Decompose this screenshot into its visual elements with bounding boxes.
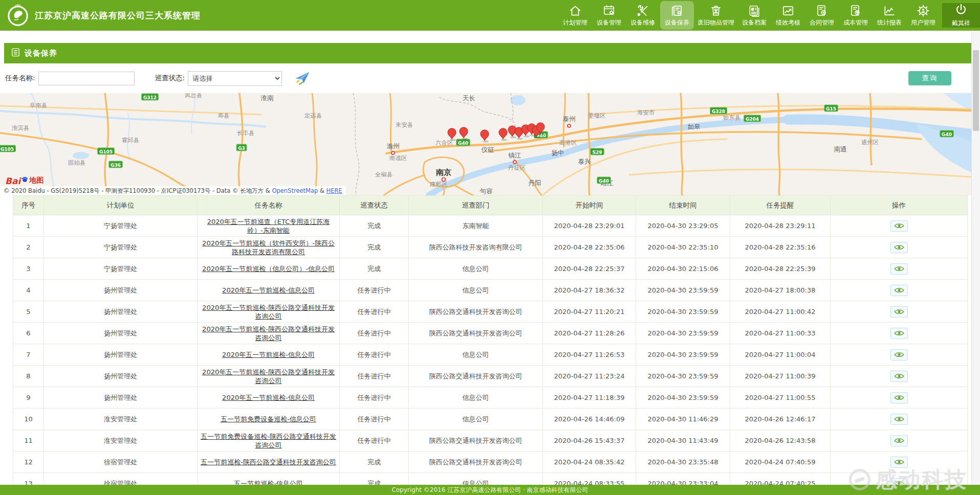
user-gear-icon: [917, 4, 930, 17]
view-detail-eye-button[interactable]: [890, 392, 908, 403]
nav-item-用户管理[interactable]: 用户管理: [906, 0, 940, 31]
cell-remind: 2020-04-27 18:00:38: [730, 280, 831, 301]
cell-no: 10: [13, 409, 44, 430]
nav-item-label: 绩效考核: [776, 18, 800, 27]
cell-dept: 信息公司: [409, 473, 543, 485]
nav-item-设备维修[interactable]: 设备维修: [626, 0, 660, 31]
svg-text:S29: S29: [592, 150, 602, 155]
table-row: 6扬州管理处2020年五一节前巡检-陕西公路交通科技开发咨询公司任务进行中陕西公…: [13, 323, 968, 344]
task-name-link[interactable]: 五一节前巡检-陕西公路交通科技开发咨询公司: [201, 458, 336, 466]
map-place-labels: 阜南县淮滨县凤台县淮南寿县长丰县定远县霍邱县固始县来安县天长滁州南谯区全椒县六合…: [12, 93, 879, 195]
cell-no: 1: [13, 215, 44, 237]
nav-item-设备保养[interactable]: 设备保养: [660, 1, 694, 30]
task-name-link[interactable]: 2020年五一节前巡检-陕西公路交通科技开发咨询公司: [202, 325, 335, 342]
cell-start: 2020-04-27 11:18:39: [543, 387, 636, 409]
view-detail-eye-button[interactable]: [890, 435, 908, 446]
vertical-scrollbar[interactable]: [971, 31, 980, 485]
cell-dept: 陕西公路交通科技开发咨询公司: [409, 323, 543, 344]
cell-task: 五一节前巡检-陕西公路交通科技开发咨询公司: [198, 452, 340, 473]
nav-item-计划管理[interactable]: 计划管理: [558, 0, 592, 31]
column-header-task: 任务名称: [198, 196, 340, 215]
list-icon: [11, 48, 20, 59]
map-pin-icon[interactable]: [499, 128, 507, 141]
task-name-input[interactable]: [38, 72, 135, 85]
map-label: 滁州: [387, 142, 400, 150]
task-name-label: 任务名称:: [5, 74, 35, 83]
svg-text:G105: G105: [1, 147, 14, 152]
task-name-link[interactable]: 2020年五一节前巡检（信息公司）-信息公司: [202, 265, 335, 273]
city-dot: [568, 124, 571, 127]
cell-no: 13: [13, 473, 44, 485]
cell-end: 2020-04-30 11:46:29: [636, 409, 730, 430]
cell-unit: 徐宿管理处: [44, 452, 198, 473]
task-name-link[interactable]: 2020年五一节前巡检-信息公司: [222, 286, 315, 294]
nav-item-废旧物品管理[interactable]: 废旧物品管理: [694, 0, 737, 31]
task-name-link[interactable]: 2020年五一节前巡查（ETC专用道江苏海岭）-东南智能: [207, 218, 330, 234]
query-button[interactable]: 查询: [908, 71, 951, 85]
view-detail-eye-button[interactable]: [890, 478, 908, 485]
cell-unit: 宁扬管理处: [44, 258, 198, 280]
osm-link[interactable]: OpenStreetMap: [272, 187, 318, 194]
map-label: 通州区: [861, 139, 879, 146]
baidu-map[interactable]: 阜南县淮滨县凤台县淮南寿县长丰县定远县霍邱县固始县来安县天长滁州南谯区全椒县六合…: [0, 93, 980, 195]
cell-task: 五一节前免费设备巡检-陕西公路交通科技开发咨询公司: [198, 430, 340, 452]
view-detail-eye-button[interactable]: [890, 242, 908, 253]
svg-text:G312: G312: [143, 95, 157, 100]
patrol-status-select[interactable]: 请选择: [188, 71, 282, 86]
cell-dept: 信息公司: [409, 280, 543, 301]
map-label: 霍邱县: [122, 137, 140, 144]
view-detail-eye-button[interactable]: [890, 220, 908, 232]
task-name-link[interactable]: 2020年五一节前巡检-陕西公路交通科技开发咨询公司: [202, 304, 335, 320]
cell-remind: 2020-04-24 07:40:25: [730, 473, 831, 485]
city-dot: [513, 161, 516, 164]
cell-end: 2020-04-30 22:35:10: [636, 237, 730, 258]
nav-user-logout[interactable]: 戴其祥: [942, 3, 980, 28]
task-name-link[interactable]: 2020年五一节前巡检-陕西公路交通科技开发咨询公司: [202, 368, 335, 385]
nav-item-设备档案[interactable]: 设备档案: [737, 0, 771, 31]
svg-text:G328: G328: [712, 109, 725, 114]
cell-task: 2020年五一节前巡检-信息公司: [198, 387, 340, 409]
svg-text:G204: G204: [746, 117, 759, 122]
map-label: 南京: [435, 168, 451, 177]
task-name-link[interactable]: 2020年五一节前巡检（软件西安所）-陕西公路科技开发咨询有限公司: [202, 239, 335, 256]
svg-text:G40: G40: [458, 141, 468, 146]
map-label: 如皋: [688, 123, 701, 130]
nav-item-统计报表[interactable]: 统计报表: [873, 0, 906, 31]
scrollbar-thumb[interactable]: [973, 50, 979, 131]
paper-plane-icon[interactable]: [293, 69, 312, 87]
map-pin-icon[interactable]: [460, 127, 468, 140]
cell-no: 8: [13, 366, 44, 387]
here-link[interactable]: HERE: [326, 187, 342, 194]
cell-remind: 2020-04-24 07:40:59: [730, 452, 831, 473]
nav-item-设备管理[interactable]: 设备管理: [592, 0, 626, 31]
view-detail-eye-button[interactable]: [890, 457, 908, 468]
view-detail-eye-button[interactable]: [890, 349, 908, 361]
view-detail-eye-button[interactable]: [890, 371, 908, 382]
view-detail-eye-button[interactable]: [890, 285, 908, 296]
task-name-link[interactable]: 2020年五一节前巡检-信息公司: [222, 394, 315, 401]
task-name-link[interactable]: 2020年五一节前巡检-信息公司: [222, 351, 315, 358]
nav-item-label: 用户管理: [911, 18, 935, 27]
map-label: 如东县: [723, 114, 741, 121]
map-pin-icon[interactable]: [481, 130, 489, 143]
nav-item-label: 计划管理: [563, 18, 587, 27]
nav-item-绩效考核[interactable]: 绩效考核: [771, 0, 805, 31]
nav-item-合同管理[interactable]: 合同管理: [805, 0, 839, 31]
view-detail-eye-button[interactable]: [890, 263, 908, 275]
cell-action: [831, 280, 968, 301]
cell-start: 2020-04-27 11:28:26: [543, 323, 636, 344]
task-name-link[interactable]: 五一节前免费设备巡检-信息公司: [221, 415, 316, 423]
view-detail-eye-button[interactable]: [890, 328, 908, 339]
task-table: 序号计划单位任务名称巡查状态巡查部门开始时间结束时间任务提醒操作 1宁扬管理处2…: [13, 195, 968, 485]
map-label: 扬中: [552, 149, 564, 156]
cell-end: 2020-04-30 23:59:59: [636, 366, 730, 387]
view-detail-eye-button[interactable]: [890, 306, 908, 318]
task-name-link[interactable]: 五一节前巡检-信息公司: [234, 480, 303, 485]
task-name-link[interactable]: 五一节前免费设备巡检-陕西公路交通科技开发咨询公司: [201, 433, 336, 449]
view-detail-eye-button[interactable]: [890, 414, 908, 425]
search-toolbar: 任务名称: 巡查状态: 请选择 查询: [0, 63, 980, 93]
nav-item-成本管理[interactable]: 成本管理: [839, 0, 873, 31]
map-label: 建邺区: [430, 181, 448, 188]
column-header-no: 序号: [13, 196, 44, 215]
cell-unit: 扬州管理处: [44, 323, 198, 344]
